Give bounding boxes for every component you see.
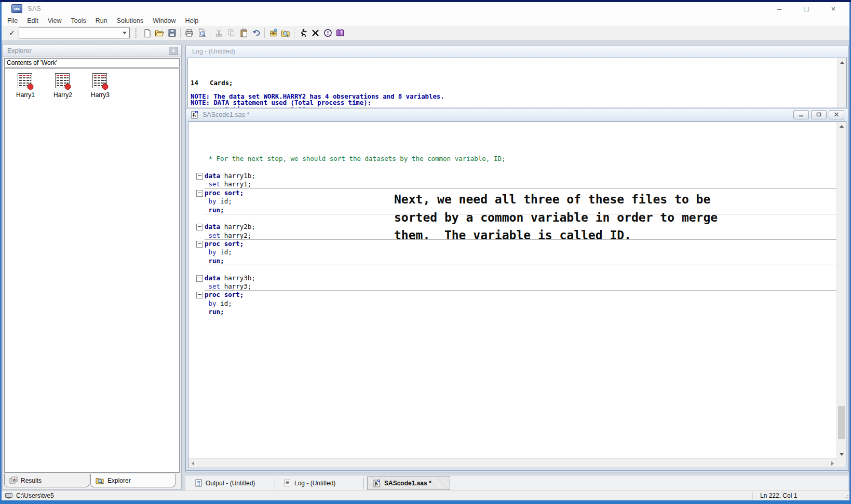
code-line xyxy=(188,265,837,274)
break-icon[interactable] xyxy=(309,28,321,39)
toolbar: ✓ ? xyxy=(2,26,849,40)
panel-tab-label: Explorer xyxy=(107,477,131,484)
sas-app-icon: sas xyxy=(11,4,22,13)
minimize-button[interactable]: – xyxy=(775,4,784,13)
editor-window: SAScode1.sas * * For the next step, we s… xyxy=(185,108,849,471)
copy-icon xyxy=(225,28,237,39)
menu-bar: FileEditViewToolsRunSolutionsWindowHelp xyxy=(2,15,849,26)
panel-tab-explorer[interactable]: Explorer xyxy=(90,474,175,487)
toolbar-grip xyxy=(135,29,137,38)
log-window-titlebar[interactable]: Log - (Untitled) xyxy=(186,46,848,57)
title-bar: sas SAS – □ × xyxy=(2,2,849,15)
dataset-item[interactable]: Harry2 xyxy=(44,73,82,99)
open-folder-icon[interactable] xyxy=(153,28,166,39)
windowbar-tab-label: Output - (Untitled) xyxy=(206,480,255,487)
dataset-item[interactable]: Harry1 xyxy=(7,73,44,99)
scroll-left-icon[interactable] xyxy=(188,459,197,468)
editor-horizontal-scrollbar[interactable] xyxy=(188,458,837,468)
windowbar-tab[interactable]: Log - (Untitled) xyxy=(278,477,360,489)
log-icon xyxy=(283,479,291,487)
dataset-table-icon xyxy=(54,73,72,90)
fold-toggle-icon[interactable] xyxy=(196,224,203,230)
status-bar: C:\Users\tve5 Ln 222, Col 1 xyxy=(2,491,849,500)
menu-file[interactable]: File xyxy=(3,16,22,25)
editor-window-title: SAScode1.sas * xyxy=(202,111,249,118)
dataset-item[interactable]: Harry3 xyxy=(82,73,119,99)
new-document-icon[interactable] xyxy=(141,28,153,39)
log-line: 14 Cards; xyxy=(191,80,846,87)
new-library-icon[interactable] xyxy=(267,28,279,39)
editor-vertical-scrollbar[interactable] xyxy=(836,122,846,459)
close-icon[interactable]: x xyxy=(169,47,178,55)
menu-edit[interactable]: Edit xyxy=(22,16,43,25)
toolbar-separator xyxy=(180,28,181,38)
fold-toggle-icon[interactable] xyxy=(196,173,203,180)
toolbar-separator xyxy=(294,28,294,38)
print-preview-icon[interactable] xyxy=(195,28,208,39)
fold-toggle-icon[interactable] xyxy=(196,190,203,197)
explorer-panel-title: Explorer xyxy=(7,47,32,55)
check-icon[interactable]: ✓ xyxy=(7,29,17,37)
editor-restore-button[interactable] xyxy=(811,110,827,119)
windowbar-tab[interactable]: SAScode1.sas * xyxy=(367,476,450,490)
undo-icon[interactable] xyxy=(250,28,262,39)
dataset-table-icon xyxy=(91,73,109,90)
windowbar-tab-label: SAScode1.sas * xyxy=(384,480,431,487)
close-button[interactable]: × xyxy=(829,4,838,13)
explorer-toolbar-icon[interactable] xyxy=(279,28,292,39)
menu-help[interactable]: Help xyxy=(181,16,204,25)
scroll-right-icon[interactable] xyxy=(828,459,837,468)
panel-tab-results[interactable]: Results xyxy=(4,474,89,487)
toolbar-separator xyxy=(264,28,265,38)
window-border-bottom xyxy=(0,500,851,504)
windowbar-tab[interactable]: Output - (Untitled) xyxy=(190,477,272,489)
editor-title-icon xyxy=(191,111,199,119)
print-icon[interactable] xyxy=(183,28,195,39)
explorer-panel: Explorer x Contents of 'Work' Harry1 Har… xyxy=(2,45,182,489)
editor-doc-icon xyxy=(373,479,381,487)
command-input[interactable] xyxy=(19,28,130,38)
code-line: set harry3; xyxy=(188,282,837,291)
scrollbar-thumb[interactable] xyxy=(838,406,845,439)
fold-toggle-icon[interactable] xyxy=(196,292,203,298)
mdi-client-area: Explorer x Contents of 'Work' Harry1 Har… xyxy=(2,40,849,491)
explorer-icon xyxy=(96,476,104,484)
dataset-label: Harry3 xyxy=(91,91,110,99)
log-window-title: Log - (Untitled) xyxy=(192,48,235,55)
menu-run[interactable]: Run xyxy=(91,16,112,25)
scroll-up-icon[interactable] xyxy=(838,58,846,67)
help-book-icon[interactable]: ? xyxy=(334,28,346,39)
code-line: by id; xyxy=(188,248,837,256)
panel-tab-label: Results xyxy=(21,477,42,484)
menu-solutions[interactable]: Solutions xyxy=(112,16,148,25)
chevron-down-icon xyxy=(123,32,127,34)
paste-icon[interactable] xyxy=(237,28,250,39)
output-icon xyxy=(195,479,202,487)
scroll-up-icon[interactable] xyxy=(837,122,846,131)
svg-text:?: ? xyxy=(340,31,342,34)
code-line: run; xyxy=(188,257,837,265)
code-line: by id; xyxy=(188,299,837,308)
cut-icon xyxy=(212,28,225,39)
editor-minimize-button[interactable] xyxy=(793,110,809,119)
attention-icon[interactable] xyxy=(321,28,334,39)
resize-grip-icon[interactable] xyxy=(842,492,849,499)
scrollbar-corner xyxy=(837,459,846,468)
submit-icon[interactable] xyxy=(296,28,309,39)
editor-close-button[interactable] xyxy=(829,110,844,119)
menu-tools[interactable]: Tools xyxy=(66,16,91,25)
editor-window-titlebar[interactable]: SAScode1.sas * xyxy=(186,108,848,120)
code-line xyxy=(188,164,837,172)
annotation-text: Next, we need all three of these files t… xyxy=(394,190,748,244)
maximize-button[interactable]: □ xyxy=(802,4,811,13)
code-editor[interactable]: * For the next step, we should sort the … xyxy=(188,122,837,459)
toolbar-separator xyxy=(210,28,210,38)
fold-toggle-icon[interactable] xyxy=(196,241,203,248)
fold-toggle-icon[interactable] xyxy=(196,275,203,282)
scroll-down-icon[interactable] xyxy=(837,450,846,459)
code-line: set harry1; xyxy=(188,180,837,188)
menu-view[interactable]: View xyxy=(43,16,66,25)
status-path: C:\Users\tve5 xyxy=(16,492,54,499)
save-icon[interactable] xyxy=(166,28,178,39)
menu-window[interactable]: Window xyxy=(148,16,180,25)
